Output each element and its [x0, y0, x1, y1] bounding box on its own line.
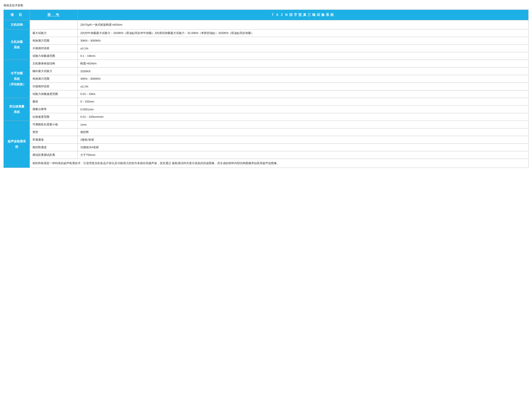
table-row: 轴向最大试验力3200KN [4, 68, 529, 75]
table-row: 位移速度范围0.01－100mm/min [4, 113, 529, 121]
header-col-model: 型 号 [30, 10, 78, 20]
table-row: 超声波检测系统可测裂纹长度最小值1mm [4, 121, 529, 128]
table-row: 试验力加载速度范围0.01－10k/s [4, 90, 529, 98]
value-cell: 3200KN [78, 68, 529, 75]
param-cell: 试验力加载速范围 [30, 52, 78, 60]
value-cell: 1mm [78, 121, 529, 128]
category-cell: 主机加载 系统 [4, 29, 30, 60]
value-cell: Z向对中加载最大试验力：3200KN（双油缸同步对中加载）Z向剪切加载最大试验力… [78, 29, 529, 37]
value-cell: 0.01－10k/s [78, 90, 529, 98]
table-row: 变位移测量 系统量程0－150mm [4, 98, 529, 106]
main-table: 项 目 型 号 ＴＡＺＷ回字型真三轴试验系统 主机结构Z向与y向一体式框架刚度>… [3, 10, 529, 168]
table-row: 测量分辨率0.0001mm [4, 106, 529, 113]
param-cell: 位移速度范围 [30, 113, 78, 121]
param-cell: 示值相对误差 [30, 83, 78, 90]
table-row: 主机结构Z向与y向一体式框架刚度>8GN/m [4, 20, 529, 29]
table-row: 测试距离测试距离大于750mm [4, 151, 529, 159]
category-cell: 变位移测量 系统 [4, 98, 30, 121]
value-cell: 2接收/发射 [78, 136, 529, 144]
category-cell: 超声波检测系统 [4, 121, 30, 168]
header-col-item: 项 目 [4, 10, 30, 20]
param-cell: 相控阵通道 [30, 144, 78, 151]
note-cell: 相矩阵检测是一种特殊的超声检测技术，它使用复杂的多晶片探头及功能强大的软件来操控… [30, 159, 529, 168]
table-row: 常规通道2接收/发射 [4, 136, 529, 144]
value-cell: 32接收/64发射 [78, 144, 529, 151]
value-cell: 0.1－10kn/s [78, 52, 529, 60]
param-cell: 轴向最大试验力 [30, 68, 78, 75]
value-cell: 0.0001mm [78, 106, 529, 113]
category-cell: 水平加载 系统 （浮动框架） [4, 60, 30, 98]
value-cell: 0.01－100mm/min [78, 113, 529, 121]
param-cell: 类型 [30, 128, 78, 136]
table-row: 示值相对误差±0.1% [4, 45, 529, 52]
value-cell: 相控阵 [78, 128, 529, 136]
table-row: 水平加载 系统 （浮动框架）主机整体铸造结构刚度>6GN/m [4, 60, 529, 68]
param-cell: 最大试验力 [30, 29, 78, 37]
param-cell: 量程 [30, 98, 78, 106]
table-row: 试验力加载速范围0.1－10kn/s [4, 52, 529, 60]
value-cell: 刚度>6GN/m [78, 60, 529, 68]
value-cell: 30KN－3000KN [78, 75, 529, 83]
value-cell: ±0.1% [78, 83, 529, 90]
table-row: 有效测力范围30KN－3000KN [4, 37, 529, 45]
param-cell: 有效测力范围 [30, 75, 78, 83]
param-cell [30, 20, 78, 29]
table-row: 有效测力范围30KN－3000KN [4, 75, 529, 83]
param-cell: 示值相对误差 [30, 45, 78, 52]
value-cell: ±0.1% [78, 45, 529, 52]
param-cell: 测量分辨率 [30, 106, 78, 113]
table-row: 相控阵通道32接收/64发射 [4, 144, 529, 151]
value-cell: 30KN－3000KN [78, 37, 529, 45]
table-header-row: 项 目 型 号 ＴＡＺＷ回字型真三轴试验系统 [4, 10, 529, 20]
param-cell: 主机整体铸造结构 [30, 60, 78, 68]
param-cell: 有效测力范围 [30, 37, 78, 45]
table-row: 主机加载 系统最大试验力Z向对中加载最大试验力：3200KN（双油缸同步对中加载… [4, 29, 529, 37]
category-cell: 主机结构 [4, 20, 30, 29]
value-cell: Z向与y向一体式框架刚度>8GN/m [78, 20, 529, 29]
param-cell: 测试距离测试距离 [30, 151, 78, 159]
page-title: 规格及技术参数 [3, 3, 529, 7]
param-cell: 常规通道 [30, 136, 78, 144]
param-cell: 试验力加载速度范围 [30, 90, 78, 98]
table-row: 类型相控阵 [4, 128, 529, 136]
value-cell: 大于750mm [78, 151, 529, 159]
table-row: 示值相对误差±0.1% [4, 83, 529, 90]
param-cell: 可测裂纹长度最小值 [30, 121, 78, 128]
note-row: 相矩阵检测是一种特殊的超声检测技术，它使用复杂的多晶片探头及功能强大的软件来操控… [4, 159, 529, 168]
header-col-system: ＴＡＺＷ回字型真三轴试验系统 [78, 10, 529, 20]
value-cell: 0－150mm [78, 98, 529, 106]
